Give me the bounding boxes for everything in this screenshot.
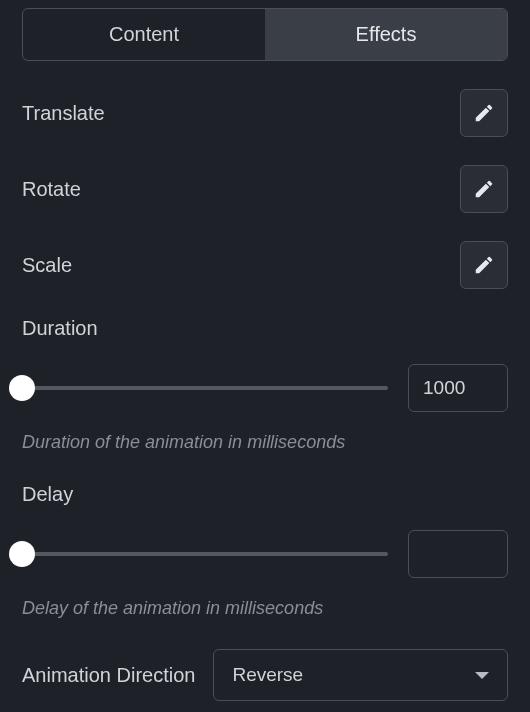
delay-slider-thumb[interactable] xyxy=(9,541,35,567)
property-translate-row: Translate xyxy=(22,89,508,137)
animation-direction-label: Animation Direction xyxy=(22,664,195,687)
delay-label: Delay xyxy=(22,483,508,506)
pencil-icon xyxy=(473,102,495,124)
scale-label: Scale xyxy=(22,254,72,277)
delay-control-row xyxy=(22,530,508,578)
delay-helper-text: Delay of the animation in milliseconds xyxy=(22,598,508,619)
duration-label: Duration xyxy=(22,317,508,340)
edit-rotate-button[interactable] xyxy=(460,165,508,213)
animation-direction-select[interactable]: Reverse xyxy=(213,649,508,701)
tab-bar: Content Effects xyxy=(22,8,508,61)
property-rotate-row: Rotate xyxy=(22,165,508,213)
rotate-label: Rotate xyxy=(22,178,81,201)
pencil-icon xyxy=(473,254,495,276)
tab-effects[interactable]: Effects xyxy=(265,9,507,60)
animation-direction-value: Reverse xyxy=(232,664,303,686)
delay-value-input[interactable] xyxy=(408,530,508,578)
duration-value-input[interactable]: 1000 xyxy=(408,364,508,412)
duration-slider[interactable] xyxy=(22,386,388,390)
chevron-down-icon xyxy=(475,672,489,679)
duration-control-row: 1000 xyxy=(22,364,508,412)
animation-direction-row: Animation Direction Reverse xyxy=(22,649,508,701)
pencil-icon xyxy=(473,178,495,200)
duration-helper-text: Duration of the animation in millisecond… xyxy=(22,432,508,453)
edit-scale-button[interactable] xyxy=(460,241,508,289)
delay-slider[interactable] xyxy=(22,552,388,556)
duration-slider-thumb[interactable] xyxy=(9,375,35,401)
edit-translate-button[interactable] xyxy=(460,89,508,137)
translate-label: Translate xyxy=(22,102,105,125)
tab-content[interactable]: Content xyxy=(23,9,265,60)
property-scale-row: Scale xyxy=(22,241,508,289)
